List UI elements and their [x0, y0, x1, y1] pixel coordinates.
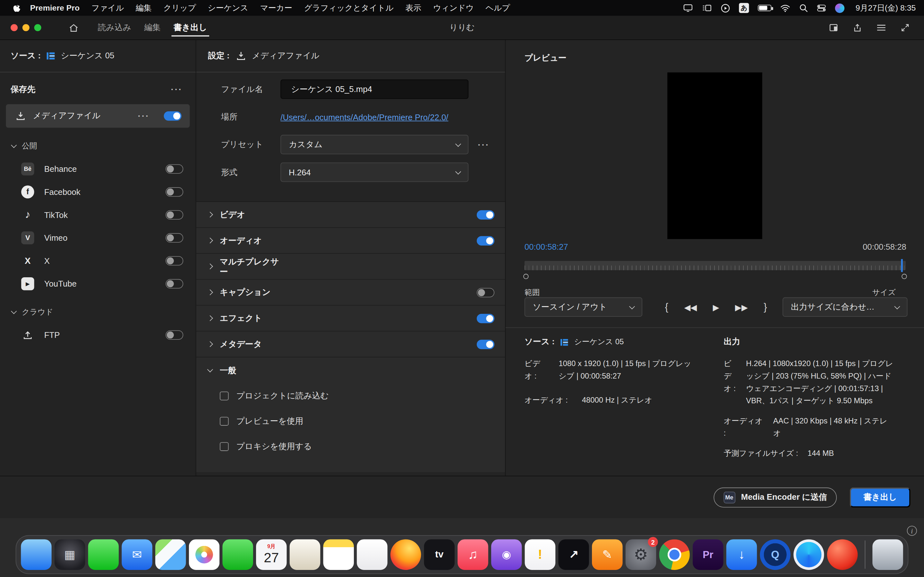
section-video[interactable]: ビデオ [196, 202, 505, 228]
minimize-window-button[interactable] [23, 24, 29, 31]
user-avatar[interactable] [835, 3, 845, 13]
checkbox-unchecked[interactable] [220, 417, 229, 426]
home-button[interactable] [68, 23, 79, 33]
preset-more-button[interactable]: ··· [478, 140, 490, 149]
wifi-icon[interactable] [780, 4, 790, 12]
menubar-menu-9[interactable]: ヘルプ [480, 3, 516, 13]
sidebar-item-youtube[interactable]: ▶YouTube [0, 272, 196, 295]
section-multiplexer[interactable]: マルチプレクサー [196, 254, 505, 280]
sidebar-item-tiktok[interactable]: ♪TikTok [0, 203, 196, 226]
dock-item-maps[interactable] [155, 539, 186, 570]
dock-item-facetime[interactable] [222, 539, 253, 570]
preview-scrubber[interactable] [525, 261, 906, 275]
tiktok-toggle[interactable] [166, 210, 183, 219]
checkbox-row-3[interactable]: プロキシを使用する [196, 434, 505, 459]
dock-item-messages[interactable] [88, 539, 119, 570]
destination-media-file[interactable]: メディアファイル ··· [6, 104, 190, 127]
transport-step-forward-button[interactable]: ▶▶ [735, 302, 748, 311]
sidebar-item-behance[interactable]: BēBehance [0, 157, 196, 180]
play-circle-icon[interactable] [720, 3, 730, 13]
dock-item-music[interactable]: ♫ [457, 539, 488, 570]
menubar-menu-3[interactable]: クリップ [158, 3, 202, 13]
dock-item-tv[interactable]: tv [424, 539, 455, 570]
sidebar-item-facebook[interactable]: fFacebook [0, 180, 196, 203]
format-dropdown[interactable]: H.264 [280, 163, 468, 182]
media-file-more-button[interactable]: ··· [138, 111, 150, 121]
transport-step-back-button[interactable]: ◀◀ [684, 302, 697, 311]
info-icon[interactable]: i [907, 526, 917, 536]
preset-dropdown[interactable]: カスタム [280, 135, 468, 155]
section-effects-toggle[interactable] [477, 314, 494, 323]
source-sequence-name[interactable]: シーケンス 05 [61, 51, 115, 61]
send-to-media-encoder-button[interactable]: Me Media Encoder に送信 [713, 487, 837, 507]
transport-play-button[interactable]: ▶ [713, 302, 719, 311]
section-video-toggle[interactable] [477, 210, 494, 219]
tab-export[interactable]: 書き出し [170, 16, 210, 39]
stage-manager-icon[interactable] [702, 3, 712, 13]
section-general[interactable]: 一般 [196, 358, 505, 384]
youtube-toggle[interactable] [166, 279, 183, 288]
checkbox-unchecked[interactable] [220, 392, 229, 400]
close-window-button[interactable] [11, 24, 18, 31]
battery-icon[interactable] [758, 5, 771, 11]
dock-item-firefox[interactable] [391, 539, 421, 570]
menu-icon[interactable] [876, 23, 886, 32]
sidebar-item-x[interactable]: XX [0, 249, 196, 272]
tab-edit[interactable]: 編集 [141, 16, 164, 39]
menubar-menu-5[interactable]: マーカー [254, 3, 298, 13]
facebook-toggle[interactable] [166, 187, 183, 196]
quick-export-icon[interactable] [829, 23, 838, 32]
vimeo-toggle[interactable] [166, 233, 183, 242]
size-dropdown[interactable]: 出力サイズに合わせ… [782, 298, 907, 317]
zoom-window-button[interactable] [34, 24, 41, 31]
checkbox-row-1[interactable]: プロジェクトに読み込む [196, 384, 505, 409]
menubar-menu-2[interactable]: 編集 [130, 3, 158, 13]
menubar-menu-6[interactable]: グラフィックとタイトル [298, 3, 399, 13]
ftp-toggle[interactable] [166, 330, 183, 339]
dock-item-downloads-app[interactable]: ↓ [726, 539, 757, 570]
menubar-app-name[interactable]: Premiere Pro [24, 3, 86, 13]
dock-item-stocks[interactable]: ↗ [558, 539, 589, 570]
dock-item-system-settings[interactable]: ⚙2 [626, 539, 656, 570]
dock-item-quicktime[interactable]: Q [760, 539, 790, 570]
dock-item-trash[interactable] [872, 539, 903, 570]
input-source-icon[interactable]: あ [739, 3, 749, 13]
control-center-icon[interactable] [817, 3, 826, 13]
behance-toggle[interactable] [166, 164, 183, 173]
dock-item-safari[interactable] [793, 539, 824, 570]
export-button[interactable]: 書き出し [850, 487, 911, 507]
dock-item-finder[interactable] [21, 539, 52, 570]
dock-item-chrome[interactable] [659, 539, 690, 570]
destinations-more-button[interactable]: ··· [171, 85, 183, 94]
video-preview[interactable] [667, 73, 762, 239]
display-icon[interactable] [683, 3, 693, 13]
sidebar-section-publish[interactable]: 公開 [0, 129, 196, 157]
checkbox-unchecked[interactable] [220, 442, 229, 451]
section-effects[interactable]: エフェクト [196, 306, 505, 332]
fullscreen-icon[interactable] [901, 23, 910, 32]
scrubber-handle-right[interactable] [901, 274, 907, 279]
checkbox-row-2[interactable]: プレビューを使用 [196, 409, 505, 434]
scrubber-handle-left[interactable] [523, 274, 529, 279]
menubar-clock[interactable]: 9月27日(金) 8:35 [856, 3, 916, 13]
dock-item-textedit[interactable] [357, 539, 388, 570]
apple-menu[interactable] [13, 3, 21, 13]
x-toggle[interactable] [166, 256, 183, 265]
dock-item-launchpad[interactable]: ▦ [55, 539, 86, 570]
transport-mark-out-button[interactable]: } [764, 301, 767, 313]
sidebar-section-cloud[interactable]: クラウド [0, 295, 196, 323]
location-link[interactable]: /Users/…ocuments/Adobe/Premiere Pro/22.0… [280, 112, 448, 121]
tab-import[interactable]: 読み込み [94, 16, 135, 39]
menubar-menu-7[interactable]: 表示 [399, 3, 427, 13]
dock-item-pages[interactable]: ✎ [592, 539, 623, 570]
search-icon[interactable] [799, 3, 808, 13]
sidebar-item-ftp[interactable]: FTP [0, 323, 196, 346]
section-metadata[interactable]: メタデータ [196, 332, 505, 358]
dock-item-creative-cloud[interactable] [827, 539, 858, 570]
section-metadata-toggle[interactable] [477, 340, 494, 349]
dock-item-contacts[interactable] [290, 539, 320, 570]
filename-input[interactable] [280, 79, 468, 99]
section-captions[interactable]: キャプション [196, 279, 505, 306]
dock-item-tips[interactable]: ! [525, 539, 556, 570]
dock-item-mail[interactable]: ✉ [121, 539, 152, 570]
